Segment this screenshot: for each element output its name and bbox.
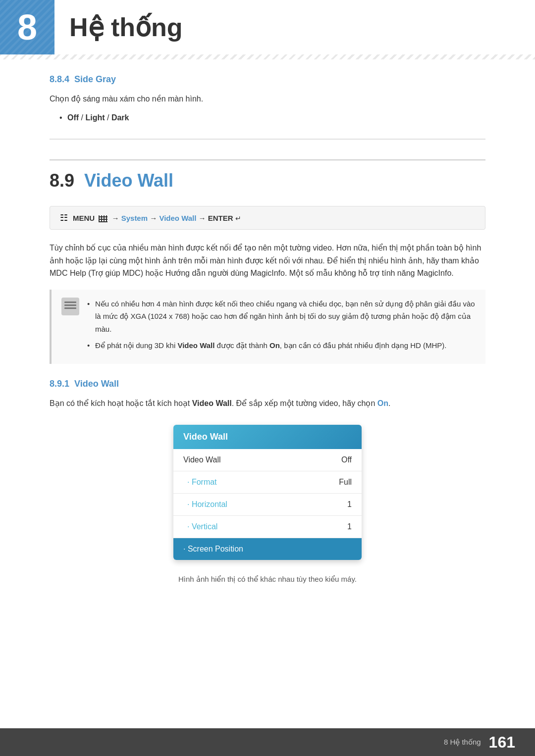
- video-wall-ui: Video Wall Video Wall Off Format Full Ho…: [173, 425, 362, 560]
- vw-row-screen-position[interactable]: · Screen Position: [173, 538, 362, 560]
- vw-row-value-videowall: Off: [341, 455, 352, 464]
- menu-system: System: [121, 214, 148, 222]
- vw-row-value-horizontal: 1: [347, 500, 352, 509]
- vw-row-label-vertical: Vertical: [183, 522, 217, 531]
- vw-row-label-videowall: Video Wall: [183, 455, 221, 464]
- chapter-header: 8 Hệ thống: [0, 0, 535, 54]
- section-89: 8.9 Video Wall ☷ MENU → System → Video W…: [50, 159, 485, 583]
- option-off: Off: [67, 113, 79, 122]
- vw-row-vertical[interactable]: Vertical 1: [173, 516, 362, 538]
- vw-row-horizontal[interactable]: Horizontal 1: [173, 494, 362, 516]
- menu-icon: ☷: [60, 212, 68, 223]
- svg-rect-1: [64, 304, 76, 306]
- section-884-description: Chọn độ sáng màu xám cho nền màn hình.: [50, 93, 485, 105]
- menu-videowall: Video Wall: [159, 214, 196, 222]
- menu-path-bar: ☷ MENU → System → Video Wall → ENTER ↵: [50, 206, 485, 230]
- vw-header: Video Wall: [173, 425, 362, 449]
- note-box: Nếu có nhiều hơn 4 màn hình được kết nối…: [50, 290, 485, 364]
- menu-grid-icon: [99, 215, 107, 222]
- vw-row-label-format: Format: [183, 478, 217, 487]
- menu-enter: ENTER: [208, 214, 233, 222]
- section-891-title: 8.9.1 Video Wall: [50, 379, 485, 389]
- section-884-title: 8.8.4 Side Gray: [50, 74, 485, 85]
- vw-row-format[interactable]: Format Full: [173, 471, 362, 494]
- section-89-body: Tùy chỉnh bố cục của nhiều màn hình được…: [50, 242, 485, 280]
- chapter-title: Hệ thống: [69, 12, 183, 42]
- main-content: 8.8.4 Side Gray Chọn độ sáng màu xám cho…: [0, 54, 535, 623]
- menu-arrow-3: →: [199, 214, 208, 222]
- note-icon: [61, 298, 79, 315]
- section-divider: [50, 139, 485, 140]
- section-891: 8.9.1 Video Wall Bạn có thể kích hoạt ho…: [50, 379, 485, 584]
- vw-row-value-vertical: 1: [347, 522, 352, 531]
- section-89-title: 8.9 Video Wall: [50, 159, 485, 191]
- menu-label: MENU: [73, 214, 95, 222]
- option-dark: Dark: [111, 113, 129, 122]
- menu-path-text: MENU → System → Video Wall → ENTER ↵: [73, 214, 241, 222]
- page-footer: 8 Hệ thống 161: [0, 728, 535, 756]
- menu-arrow-2: →: [150, 214, 159, 222]
- caption-text: Hình ảnh hiển thị có thể khác nhau tùy t…: [50, 575, 485, 584]
- vw-row-label-horizontal: Horizontal: [183, 500, 227, 509]
- enter-icon: ↵: [235, 214, 241, 222]
- section-884-options: Off / Light / Dark: [59, 111, 485, 124]
- chapter-number: 8: [17, 9, 37, 45]
- option-light: Light: [85, 113, 105, 122]
- svg-rect-0: [64, 302, 76, 303]
- svg-rect-2: [64, 307, 76, 309]
- menu-arrow-1: →: [112, 214, 121, 222]
- footer-page-number: 161: [489, 733, 515, 752]
- footer-chapter-text: 8 Hệ thống: [444, 738, 481, 747]
- section-884-option: Off / Light / Dark: [59, 111, 485, 124]
- note-content: Nếu có nhiều hơn 4 màn hình được kết nối…: [87, 298, 476, 356]
- section-891-description: Bạn có thể kích hoạt hoặc tắt kích hoạt …: [50, 397, 485, 410]
- vw-row-label-screenpos: · Screen Position: [183, 545, 243, 554]
- note-item-2: Để phát nội dung 3D khi Video Wall được …: [87, 339, 476, 352]
- vw-row-value-format: Full: [339, 478, 352, 487]
- note-item-1: Nếu có nhiều hơn 4 màn hình được kết nối…: [87, 298, 476, 336]
- vw-row-videowall[interactable]: Video Wall Off: [173, 449, 362, 471]
- section-884: 8.8.4 Side Gray Chọn độ sáng màu xám cho…: [50, 74, 485, 124]
- chapter-number-block: 8: [0, 0, 54, 54]
- chapter-title-block: Hệ thống: [54, 0, 535, 54]
